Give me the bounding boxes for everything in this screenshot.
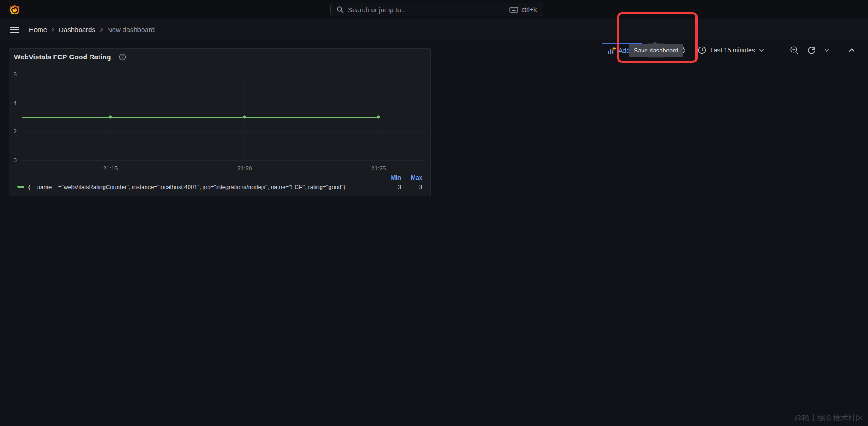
save-dashboard-tooltip: Save dashboard [629, 44, 683, 57]
series-point[interactable] [377, 116, 380, 119]
mega-menu-toggle[interactable] [9, 24, 20, 35]
panel-header[interactable]: WebVistals FCP Good Rating [9, 49, 430, 65]
legend-max-value: 3 [401, 184, 422, 190]
y-tick-label: 0 [14, 157, 17, 164]
chevron-down-icon [759, 48, 764, 52]
panel-add-icon [607, 47, 616, 55]
x-tick-label: 21:20 [237, 165, 252, 172]
breadcrumb: Home Dashboards New dashboard [29, 19, 155, 40]
search-shortcut-label: ctrl+k [521, 6, 537, 13]
time-range-picker[interactable]: Last 15 minutes [698, 43, 764, 57]
panel-title: WebVistals FCP Good Rating [14, 53, 111, 61]
legend-header-row: Min Max [17, 174, 422, 181]
timeseries-panel: WebVistals FCP Good Rating 024621:1521:2… [9, 48, 431, 196]
legend-row: {__name__="webVitalsRatingCounter", inst… [17, 181, 422, 193]
add-button-label: Add [618, 47, 630, 54]
toolbar-divider [838, 44, 838, 56]
y-tick-label: 2 [14, 128, 17, 135]
top-navigation-bar: Search or jump to... ctrl+k [0, 0, 868, 19]
zoom-out-icon [790, 46, 799, 55]
y-tick-label: 6 [14, 71, 17, 78]
panel-info-icon[interactable] [119, 53, 126, 61]
series-point[interactable] [243, 116, 246, 119]
breadcrumb-dashboards[interactable]: Dashboards [59, 26, 95, 33]
y-tick-label: 4 [14, 99, 17, 106]
breadcrumb-separator-icon [51, 27, 55, 32]
breadcrumb-current-page: New dashboard [107, 26, 155, 33]
search-input[interactable]: Search or jump to... ctrl+k [330, 3, 542, 16]
panel-legend: Min Max {__name__="webVitalsRatingCounte… [9, 174, 430, 193]
refresh-icon [807, 46, 816, 55]
series-point[interactable] [109, 116, 112, 119]
grafana-logo[interactable] [9, 4, 21, 16]
refresh-dashboard-button[interactable] [806, 45, 817, 56]
zoom-out-time-button[interactable] [788, 45, 800, 56]
search-shortcut: ctrl+k [509, 6, 537, 13]
chevron-down-icon [824, 48, 829, 52]
series-color-swatch [17, 186, 24, 188]
x-tick-label: 21:15 [103, 165, 118, 172]
breadcrumb-separator-icon [99, 27, 103, 32]
search-icon [336, 6, 344, 13]
legend-series-label[interactable]: {__name__="webVitalsRatingCounter", inst… [28, 184, 380, 190]
tooltip-label: Save dashboard [634, 47, 678, 54]
legend-min-header[interactable]: Min [380, 174, 401, 181]
watermark-text: @稀土掘金技术社区 [794, 413, 863, 423]
x-tick-label: 21:25 [371, 165, 386, 172]
search-placeholder: Search or jump to... [348, 6, 509, 14]
legend-max-header[interactable]: Max [401, 174, 422, 181]
hamburger-icon [9, 24, 20, 35]
legend-min-value: 3 [380, 184, 401, 190]
refresh-interval-dropdown[interactable] [823, 47, 830, 53]
chevron-up-icon [849, 48, 855, 52]
dashboard-toolbar: Home Dashboards New dashboard Add [0, 19, 868, 40]
clock-icon [698, 46, 706, 54]
keyboard-icon [509, 6, 518, 13]
time-range-label: Last 15 minutes [710, 47, 755, 54]
timeseries-chart[interactable]: 024621:1521:2021:25 [9, 65, 430, 174]
breadcrumb-home[interactable]: Home [29, 26, 47, 33]
collapse-toolbar-button[interactable] [846, 46, 857, 55]
